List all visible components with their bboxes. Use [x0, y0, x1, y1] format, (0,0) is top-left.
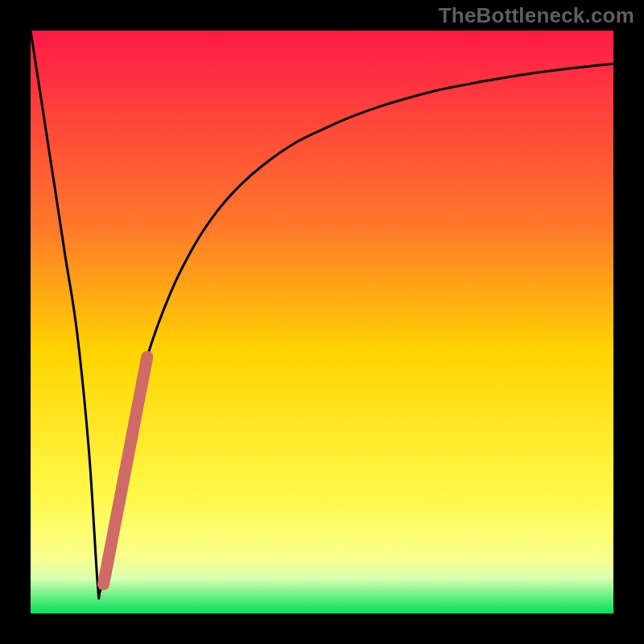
chart-svg — [31, 31, 613, 613]
chart-frame: TheBottleneck.com — [0, 0, 644, 644]
watermark-text: TheBottleneck.com — [439, 3, 634, 28]
plot-area — [31, 31, 613, 613]
